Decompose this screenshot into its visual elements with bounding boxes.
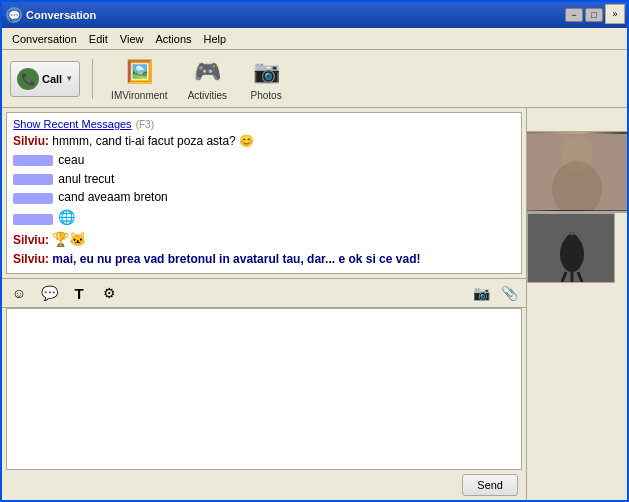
- speech-button[interactable]: 💬: [38, 282, 60, 304]
- message-4: cand aveaam breton: [13, 189, 515, 206]
- menu-conversation[interactable]: Conversation: [6, 31, 83, 47]
- app-icon: 💬: [6, 7, 22, 23]
- toolbar: 📞 Call ▼ 🖼️ IMVironment 🎮 Activities 📷 P…: [2, 50, 627, 108]
- blurred-name-3: [13, 174, 53, 185]
- call-dropdown-icon: ▼: [65, 74, 73, 83]
- menu-help[interactable]: Help: [198, 31, 233, 47]
- menu-bar: Conversation Edit View Actions Help: [2, 28, 627, 50]
- toolbar-separator: [92, 59, 93, 99]
- photos-label: Photos: [251, 90, 282, 101]
- message-5: 🌐: [13, 208, 515, 228]
- sender-silviu-1: Silviu:: [13, 134, 49, 148]
- blurred-name-4: [13, 193, 53, 204]
- message-1: Silviu: hmmm, cand ti-ai facut poza asta…: [13, 133, 515, 150]
- window-title: Conversation: [26, 9, 96, 21]
- blurred-name-2: [13, 155, 53, 166]
- show-recent-key: (F3): [136, 119, 154, 130]
- msg-text-1: hmmm, cand ti-ai facut poza asta? 😊: [52, 134, 254, 148]
- send-area: Send: [2, 470, 526, 500]
- imvironment-button[interactable]: 🖼️ IMVironment: [105, 54, 174, 103]
- sidebar-bottom-section: [527, 212, 627, 500]
- call-label: Call: [42, 73, 62, 85]
- msg-text-3: anul trecut: [58, 172, 114, 186]
- blurred-name-5: [13, 214, 53, 225]
- msg-text-2: ceau: [58, 153, 84, 167]
- webcam-button[interactable]: 📷: [470, 282, 492, 304]
- conversation-area[interactable]: Show Recent Messages(F3) Silviu: hmmm, c…: [6, 112, 522, 274]
- menu-view[interactable]: View: [114, 31, 150, 47]
- format-right: 📷 📎: [470, 282, 520, 304]
- call-button[interactable]: 📞 Call ▼: [10, 61, 80, 97]
- settings-format-button[interactable]: ⚙: [98, 282, 120, 304]
- emoji-silviu: 🏆🐱: [52, 231, 86, 247]
- avatar-image: [527, 132, 627, 212]
- activities-label: Activities: [188, 90, 227, 101]
- send-button[interactable]: Send: [462, 474, 518, 496]
- chat-section: Show Recent Messages(F3) Silviu: hmmm, c…: [2, 108, 527, 500]
- phone-icon: 📞: [17, 68, 39, 90]
- sidebar-top-image: [527, 132, 627, 212]
- show-recent-messages[interactable]: Show Recent Messages(F3): [13, 117, 515, 131]
- message-7: Silviu: mai, eu nu prea vad bretonul in …: [13, 251, 515, 268]
- activities-button[interactable]: 🎮 Activities: [182, 54, 233, 103]
- minimize-button[interactable]: −: [565, 8, 583, 22]
- maximize-button[interactable]: □: [585, 8, 603, 22]
- sidebar: »: [527, 108, 627, 500]
- msg-text-7: mai, eu nu prea vad bretonul in avatarul…: [52, 252, 420, 266]
- bird-svg: [528, 214, 615, 283]
- format-toolbar: ☺ 💬 T ⚙ 📷 📎: [2, 278, 526, 308]
- title-bar-left: 💬 Conversation: [6, 7, 96, 23]
- menu-edit[interactable]: Edit: [83, 31, 114, 47]
- main-window: 💬 Conversation − □ ✕ Conversation Edit V…: [0, 0, 629, 502]
- menu-actions[interactable]: Actions: [149, 31, 197, 47]
- main-content: Show Recent Messages(F3) Silviu: hmmm, c…: [2, 108, 627, 500]
- attach-button[interactable]: 📎: [498, 282, 520, 304]
- avatar-svg: [527, 134, 627, 210]
- imvironment-label: IMVironment: [111, 90, 168, 101]
- font-button[interactable]: T: [68, 282, 90, 304]
- photos-button[interactable]: 📷 Photos: [241, 54, 291, 103]
- emoji-button[interactable]: ☺: [8, 282, 30, 304]
- emoji-globe: 🌐: [58, 209, 75, 225]
- message-3: anul trecut: [13, 171, 515, 188]
- msg-text-4: cand aveaam breton: [58, 190, 167, 204]
- title-bar: 💬 Conversation − □ ✕: [2, 2, 627, 28]
- svg-rect-3: [527, 134, 627, 210]
- imvironment-icon: 🖼️: [123, 56, 155, 88]
- show-recent-link[interactable]: Show Recent Messages: [13, 118, 132, 130]
- activities-icon: 🎮: [191, 56, 223, 88]
- svg-point-7: [565, 234, 579, 250]
- photos-icon: 📷: [250, 56, 282, 88]
- sender-silviu-6: Silviu:: [13, 233, 49, 247]
- message-2: ceau: [13, 152, 515, 169]
- message-6: Silviu: 🏆🐱: [13, 230, 515, 250]
- bird-image: [527, 213, 615, 283]
- sender-silviu-7: Silviu:: [13, 252, 49, 266]
- message-input[interactable]: [6, 308, 522, 470]
